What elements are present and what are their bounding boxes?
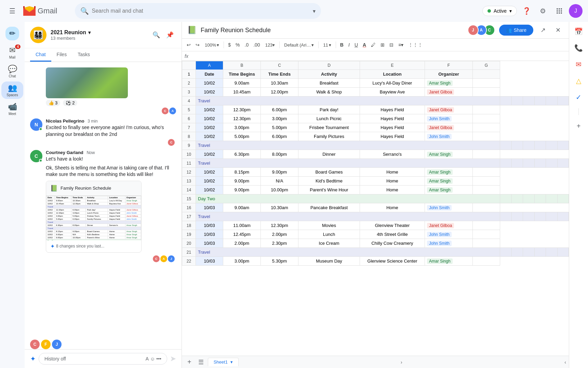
- cell[interactable]: 8.15pm: [223, 168, 261, 177]
- cell[interactable]: Bayview Ave: [360, 88, 425, 97]
- redo-button[interactable]: ↪: [193, 40, 202, 50]
- cell[interactable]: 9.00pm: [223, 186, 261, 194]
- underline-button[interactable]: U: [352, 40, 360, 50]
- cell[interactable]: 10/02: [196, 177, 223, 186]
- cell[interactable]: Travel: [196, 212, 500, 221]
- cell[interactable]: 12.00pm: [261, 88, 298, 97]
- row-number[interactable]: 4: [182, 97, 196, 105]
- cell[interactable]: 10/03: [196, 203, 223, 212]
- cell[interactable]: Amar Singh: [425, 177, 473, 186]
- sheet-card[interactable]: 📗 Family Reunion Schedule DateTime Begin…: [46, 181, 142, 253]
- cell[interactable]: Hayes Field: [360, 132, 425, 141]
- cell[interactable]: 5.00pm: [223, 132, 261, 141]
- row-number[interactable]: 8: [182, 132, 196, 141]
- cell[interactable]: [511, 159, 523, 168]
- cell[interactable]: 6.00pm: [261, 132, 298, 141]
- cell[interactable]: 12.30pm: [261, 221, 298, 230]
- cell[interactable]: Chilly Cow Creamery: [360, 239, 425, 248]
- sheet-nav-left[interactable]: ‹: [564, 359, 566, 365]
- tab-files[interactable]: Files: [51, 48, 72, 62]
- cell[interactable]: [534, 212, 546, 221]
- col-header-B[interactable]: B: [223, 61, 261, 70]
- cell[interactable]: Hayes Field: [360, 105, 425, 114]
- cell[interactable]: 10/02: [196, 150, 223, 159]
- cell[interactable]: [473, 186, 500, 194]
- input-area[interactable]: History off A ☺ •••: [39, 353, 167, 365]
- drive-icon-btn[interactable]: △: [572, 74, 586, 88]
- cell[interactable]: 8.00pm: [261, 150, 298, 159]
- tab-tasks[interactable]: Tasks: [72, 48, 95, 62]
- cell[interactable]: Amar Singh: [425, 257, 473, 266]
- cell[interactable]: 3.00pm: [223, 257, 261, 266]
- merge-button[interactable]: ⊟: [387, 40, 396, 50]
- more-formats-button[interactable]: ⋮⋮⋮: [406, 40, 425, 50]
- cell[interactable]: [473, 168, 500, 177]
- row-number[interactable]: 5: [182, 105, 196, 114]
- cell[interactable]: 4th Street Grille: [360, 230, 425, 239]
- reaction-soccer[interactable]: ⚽ 2: [63, 100, 77, 106]
- pin-icon[interactable]: 📌: [164, 29, 176, 41]
- help-button[interactable]: ❓: [520, 4, 533, 18]
- cell[interactable]: Janet Gilboa: [425, 123, 473, 132]
- cell[interactable]: John Smith: [425, 230, 473, 239]
- cell[interactable]: 10.30am: [261, 203, 298, 212]
- row-number[interactable]: 12: [182, 168, 196, 177]
- cell[interactable]: [546, 159, 558, 168]
- col-header-D[interactable]: D: [298, 61, 360, 70]
- phone-icon-btn[interactable]: 📞: [572, 41, 586, 55]
- cell[interactable]: [500, 248, 512, 257]
- cell[interactable]: [511, 141, 523, 150]
- text-format-icon[interactable]: A: [146, 356, 149, 361]
- sheet-nav-right[interactable]: ›: [401, 359, 402, 365]
- cell[interactable]: Time Begins: [223, 70, 261, 79]
- cell[interactable]: [473, 132, 500, 141]
- sidebar-item-meet[interactable]: 📹 Meet: [1, 100, 23, 118]
- more-options-icon[interactable]: •••: [156, 356, 161, 361]
- cell[interactable]: Organizer: [425, 70, 473, 79]
- decimal2-button[interactable]: .00: [251, 40, 262, 50]
- cell[interactable]: [511, 248, 523, 257]
- cell[interactable]: Glenview Theater: [360, 221, 425, 230]
- open-external-button[interactable]: ↗: [537, 25, 548, 36]
- cell[interactable]: 10/03: [196, 257, 223, 266]
- cell[interactable]: 10/03: [196, 230, 223, 239]
- cell[interactable]: Hayes Field: [360, 123, 425, 132]
- cell[interactable]: 6.30pm: [223, 150, 261, 159]
- send-button[interactable]: ➤: [170, 354, 176, 363]
- cell[interactable]: [511, 97, 523, 105]
- cell[interactable]: [546, 141, 558, 150]
- cell[interactable]: 10/03: [196, 221, 223, 230]
- align-buttons[interactable]: ≡▾: [396, 40, 405, 50]
- cell[interactable]: [523, 212, 535, 221]
- cell[interactable]: Time Ends: [261, 70, 298, 79]
- add-sheet-button[interactable]: +: [185, 358, 194, 366]
- row-number[interactable]: 13: [182, 177, 196, 186]
- grid-container[interactable]: A B C D E F G 1DateTime BeginsTime EndsA…: [182, 61, 569, 356]
- search-members-icon[interactable]: 🔍: [150, 29, 162, 41]
- cell[interactable]: [473, 88, 500, 97]
- cell[interactable]: Home: [360, 177, 425, 186]
- col-header-G[interactable]: G: [473, 61, 500, 70]
- cell[interactable]: 2.00pm: [223, 239, 261, 248]
- cell[interactable]: [546, 97, 558, 105]
- row-number[interactable]: 21: [182, 248, 196, 257]
- row-number[interactable]: 11: [182, 159, 196, 168]
- cell[interactable]: [557, 212, 569, 221]
- borders-button[interactable]: ⊞: [378, 40, 387, 50]
- undo-button[interactable]: ↩: [185, 40, 193, 50]
- cell[interactable]: [500, 159, 512, 168]
- cell[interactable]: [534, 159, 546, 168]
- cell[interactable]: [546, 212, 558, 221]
- cell[interactable]: 9.00am: [223, 79, 261, 88]
- cell[interactable]: 10/02: [196, 132, 223, 141]
- sheet-tab-1[interactable]: Sheet1 ▾: [208, 358, 239, 366]
- cell[interactable]: Breakfast: [298, 79, 360, 88]
- cell[interactable]: 10/02: [196, 88, 223, 97]
- row-number[interactable]: 3: [182, 88, 196, 97]
- font-size-select[interactable]: 11 ▾: [321, 41, 333, 49]
- cell[interactable]: Home: [360, 168, 425, 177]
- cell[interactable]: [473, 257, 500, 266]
- cell[interactable]: 3.00pm: [261, 114, 298, 123]
- row-number[interactable]: 1: [182, 70, 196, 79]
- cell[interactable]: [523, 141, 535, 150]
